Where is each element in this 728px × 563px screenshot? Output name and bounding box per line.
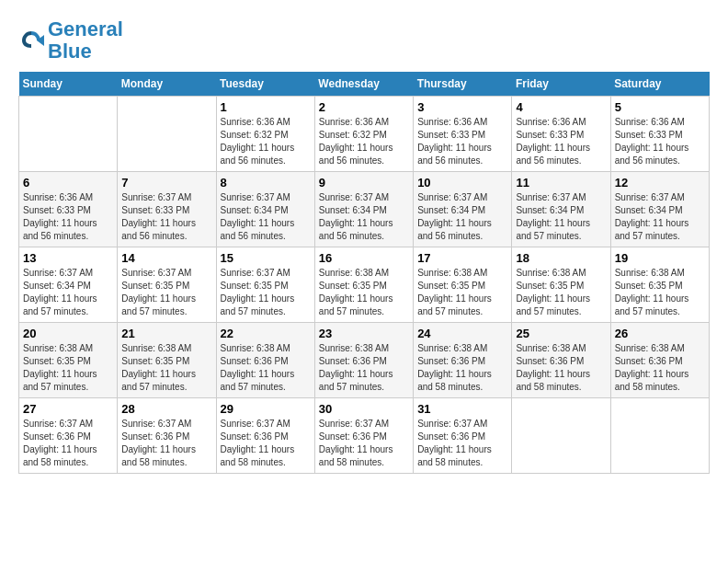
day-info: Sunrise: 6:36 AM Sunset: 6:32 PM Dayligh… xyxy=(319,116,409,167)
day-info: Sunrise: 6:36 AM Sunset: 6:32 PM Dayligh… xyxy=(221,116,311,167)
day-number: 6 xyxy=(23,176,113,190)
calendar-day xyxy=(512,398,610,474)
day-info: Sunrise: 6:38 AM Sunset: 6:35 PM Dayligh… xyxy=(23,342,113,394)
logo-icon xyxy=(18,28,44,53)
calendar-day: 17Sunrise: 6:38 AM Sunset: 6:35 PM Dayli… xyxy=(414,247,512,323)
day-number: 17 xyxy=(417,251,507,265)
day-info: Sunrise: 6:37 AM Sunset: 6:34 PM Dayligh… xyxy=(23,267,113,318)
calendar-day: 15Sunrise: 6:37 AM Sunset: 6:35 PM Dayli… xyxy=(216,247,314,323)
day-number: 20 xyxy=(23,327,113,340)
day-number: 13 xyxy=(23,251,113,265)
calendar-day: 3Sunrise: 6:36 AM Sunset: 6:33 PM Daylig… xyxy=(414,97,512,172)
day-info: Sunrise: 6:37 AM Sunset: 6:36 PM Dayligh… xyxy=(221,418,311,469)
day-info: Sunrise: 6:37 AM Sunset: 6:36 PM Dayligh… xyxy=(319,418,409,469)
day-number: 3 xyxy=(417,100,507,114)
day-number: 23 xyxy=(319,327,409,340)
calendar-day: 14Sunrise: 6:37 AM Sunset: 6:35 PM Dayli… xyxy=(118,247,216,323)
day-info: Sunrise: 6:37 AM Sunset: 6:34 PM Dayligh… xyxy=(417,191,507,243)
calendar-day: 10Sunrise: 6:37 AM Sunset: 6:34 PM Dayli… xyxy=(414,172,512,247)
calendar-day: 19Sunrise: 6:38 AM Sunset: 6:35 PM Dayli… xyxy=(610,247,709,323)
day-info: Sunrise: 6:37 AM Sunset: 6:36 PM Dayligh… xyxy=(23,418,113,469)
calendar-day xyxy=(118,97,216,172)
calendar-day: 27Sunrise: 6:37 AM Sunset: 6:36 PM Dayli… xyxy=(19,398,118,474)
day-number: 30 xyxy=(319,402,409,416)
day-number: 25 xyxy=(516,327,606,340)
day-info: Sunrise: 6:36 AM Sunset: 6:33 PM Dayligh… xyxy=(516,116,606,167)
day-info: Sunrise: 6:38 AM Sunset: 6:35 PM Dayligh… xyxy=(417,267,507,318)
calendar-week: 6Sunrise: 6:36 AM Sunset: 6:33 PM Daylig… xyxy=(19,172,710,247)
day-info: Sunrise: 6:38 AM Sunset: 6:36 PM Dayligh… xyxy=(516,342,606,394)
calendar-day: 13Sunrise: 6:37 AM Sunset: 6:34 PM Dayli… xyxy=(19,247,118,323)
day-info: Sunrise: 6:37 AM Sunset: 6:34 PM Dayligh… xyxy=(516,191,606,243)
day-number: 12 xyxy=(615,176,705,190)
day-info: Sunrise: 6:36 AM Sunset: 6:33 PM Dayligh… xyxy=(417,116,507,167)
day-number: 31 xyxy=(417,402,507,416)
calendar-day: 8Sunrise: 6:37 AM Sunset: 6:34 PM Daylig… xyxy=(216,172,314,247)
calendar-day: 18Sunrise: 6:38 AM Sunset: 6:35 PM Dayli… xyxy=(512,247,610,323)
calendar-day: 7Sunrise: 6:37 AM Sunset: 6:33 PM Daylig… xyxy=(118,172,216,247)
day-info: Sunrise: 6:38 AM Sunset: 6:35 PM Dayligh… xyxy=(615,267,705,318)
calendar-day: 22Sunrise: 6:38 AM Sunset: 6:36 PM Dayli… xyxy=(216,323,314,398)
day-info: Sunrise: 6:38 AM Sunset: 6:35 PM Dayligh… xyxy=(121,342,211,394)
calendar-week: 27Sunrise: 6:37 AM Sunset: 6:36 PM Dayli… xyxy=(19,398,710,474)
logo: GeneralBlue xyxy=(18,18,123,63)
day-info: Sunrise: 6:38 AM Sunset: 6:36 PM Dayligh… xyxy=(221,342,311,394)
calendar-day: 29Sunrise: 6:37 AM Sunset: 6:36 PM Dayli… xyxy=(216,398,314,474)
calendar-day: 4Sunrise: 6:36 AM Sunset: 6:33 PM Daylig… xyxy=(512,97,610,172)
calendar-week: 13Sunrise: 6:37 AM Sunset: 6:34 PM Dayli… xyxy=(19,247,710,323)
day-number: 18 xyxy=(516,251,606,265)
day-info: Sunrise: 6:37 AM Sunset: 6:36 PM Dayligh… xyxy=(121,418,211,469)
day-number: 16 xyxy=(319,251,409,265)
day-number: 27 xyxy=(23,402,113,416)
calendar-day xyxy=(19,97,118,172)
calendar-day: 20Sunrise: 6:38 AM Sunset: 6:35 PM Dayli… xyxy=(19,323,118,398)
day-number: 8 xyxy=(221,176,311,190)
day-info: Sunrise: 6:38 AM Sunset: 6:35 PM Dayligh… xyxy=(516,267,606,318)
day-number: 4 xyxy=(516,100,606,114)
weekday-header: Tuesday xyxy=(216,72,314,97)
calendar-day: 26Sunrise: 6:38 AM Sunset: 6:36 PM Dayli… xyxy=(610,323,709,398)
day-info: Sunrise: 6:38 AM Sunset: 6:36 PM Dayligh… xyxy=(615,342,705,394)
day-info: Sunrise: 6:36 AM Sunset: 6:33 PM Dayligh… xyxy=(23,191,113,243)
calendar-day: 11Sunrise: 6:37 AM Sunset: 6:34 PM Dayli… xyxy=(512,172,610,247)
day-number: 21 xyxy=(121,327,211,340)
calendar-day: 23Sunrise: 6:38 AM Sunset: 6:36 PM Dayli… xyxy=(314,323,413,398)
day-number: 7 xyxy=(121,176,211,190)
calendar-day: 5Sunrise: 6:36 AM Sunset: 6:33 PM Daylig… xyxy=(610,97,709,172)
calendar-body: 1Sunrise: 6:36 AM Sunset: 6:32 PM Daylig… xyxy=(19,97,710,474)
calendar-week: 20Sunrise: 6:38 AM Sunset: 6:35 PM Dayli… xyxy=(19,323,710,398)
weekday-header: Friday xyxy=(512,72,610,97)
calendar-header: SundayMondayTuesdayWednesdayThursdayFrid… xyxy=(19,72,710,97)
day-number: 10 xyxy=(417,176,507,190)
weekday-header: Thursday xyxy=(414,72,512,97)
weekday-header: Sunday xyxy=(19,72,118,97)
calendar-day xyxy=(610,398,709,474)
calendar-day: 6Sunrise: 6:36 AM Sunset: 6:33 PM Daylig… xyxy=(19,172,118,247)
day-number: 9 xyxy=(319,176,409,190)
calendar-day: 30Sunrise: 6:37 AM Sunset: 6:36 PM Dayli… xyxy=(314,398,413,474)
day-number: 5 xyxy=(615,100,705,114)
calendar-day: 12Sunrise: 6:37 AM Sunset: 6:34 PM Dayli… xyxy=(610,172,709,247)
weekday-header: Saturday xyxy=(610,72,709,97)
weekday-row: SundayMondayTuesdayWednesdayThursdayFrid… xyxy=(19,72,710,97)
calendar-day: 21Sunrise: 6:38 AM Sunset: 6:35 PM Dayli… xyxy=(118,323,216,398)
day-number: 15 xyxy=(221,251,311,265)
day-number: 1 xyxy=(221,100,311,114)
day-info: Sunrise: 6:37 AM Sunset: 6:33 PM Dayligh… xyxy=(121,191,211,243)
day-info: Sunrise: 6:37 AM Sunset: 6:35 PM Dayligh… xyxy=(121,267,211,318)
calendar-day: 16Sunrise: 6:38 AM Sunset: 6:35 PM Dayli… xyxy=(314,247,413,323)
calendar-day: 25Sunrise: 6:38 AM Sunset: 6:36 PM Dayli… xyxy=(512,323,610,398)
day-info: Sunrise: 6:37 AM Sunset: 6:34 PM Dayligh… xyxy=(221,191,311,243)
weekday-header: Monday xyxy=(118,72,216,97)
weekday-header: Wednesday xyxy=(314,72,413,97)
day-number: 22 xyxy=(221,327,311,340)
calendar-table: SundayMondayTuesdayWednesdayThursdayFrid… xyxy=(18,72,710,474)
day-number: 26 xyxy=(615,327,705,340)
calendar-day: 28Sunrise: 6:37 AM Sunset: 6:36 PM Dayli… xyxy=(118,398,216,474)
day-number: 19 xyxy=(615,251,705,265)
calendar-day: 2Sunrise: 6:36 AM Sunset: 6:32 PM Daylig… xyxy=(314,97,413,172)
day-info: Sunrise: 6:37 AM Sunset: 6:34 PM Dayligh… xyxy=(615,191,705,243)
day-info: Sunrise: 6:38 AM Sunset: 6:36 PM Dayligh… xyxy=(417,342,507,394)
day-info: Sunrise: 6:37 AM Sunset: 6:34 PM Dayligh… xyxy=(319,191,409,243)
day-number: 28 xyxy=(121,402,211,416)
